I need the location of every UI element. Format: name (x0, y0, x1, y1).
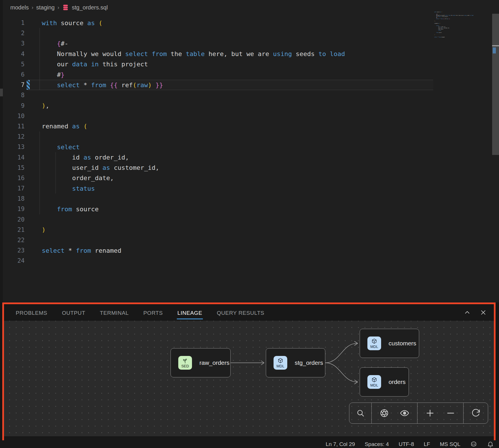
indent-guide (39, 183, 40, 194)
code-text: ) (30, 226, 499, 233)
lineage-node-orders[interactable]: MDLorders (360, 367, 409, 397)
node-label: raw_orders (199, 359, 229, 366)
minimap-content: with source as ( {#- Normally we would s… (434, 11, 488, 39)
close-icon[interactable] (480, 309, 486, 316)
code-line-16: 16 order_date, (0, 173, 499, 183)
node-label: customers (389, 340, 416, 347)
scrollbar-tick (492, 45, 499, 46)
indent-guide (56, 152, 56, 162)
gutter-decoration (25, 204, 30, 214)
minimap[interactable]: with source as ( {#- Normally we would s… (434, 11, 487, 46)
indent-guide (39, 132, 40, 142)
panel-bottom-padding (4, 436, 494, 440)
eol-sequence[interactable]: LF (424, 441, 430, 447)
gutter-decoration (25, 235, 30, 245)
line-number: 17 (0, 185, 25, 192)
line-number: 22 (0, 237, 25, 244)
code-editor[interactable]: models › staging › stg_orders.sql 1with … (0, 0, 499, 302)
lineage-canvas[interactable]: SEDraw_ordersMDLstg_ordersMDLcustomersMD… (4, 321, 494, 436)
code-line-14: 14 id as order_id, (0, 152, 499, 162)
indent-guide (56, 183, 56, 194)
indent-guide (39, 49, 40, 59)
code-text: status (30, 185, 499, 192)
code-line-5: 5 our data in this project (0, 59, 499, 69)
tab-lineage[interactable]: LINEAGE (177, 306, 203, 319)
indent-guide (39, 142, 40, 152)
zoom-in-icon[interactable] (422, 403, 438, 423)
model-icon: MDL (274, 356, 287, 370)
seed-icon: SED (178, 356, 192, 370)
gutter-decoration (25, 142, 30, 152)
model-icon: MDL (367, 375, 381, 389)
bell-icon[interactable] (487, 441, 494, 448)
indent-guide (56, 173, 56, 183)
code-line-12: 12 (0, 132, 499, 142)
code-text: user_id as customer_id, (30, 164, 499, 171)
code-text: order_date, (30, 174, 499, 182)
gutter-decoration (25, 225, 30, 235)
copilot-icon[interactable] (470, 441, 477, 448)
indent-guide (39, 69, 40, 80)
code-line-3: 3 {#- (0, 38, 499, 49)
aperture-icon[interactable] (376, 403, 392, 423)
tab-problems[interactable]: PROBLEMS (15, 306, 48, 319)
breadcrumb-models[interactable]: models (10, 4, 29, 11)
gutter-decoration (25, 183, 30, 194)
tab-query-results[interactable]: QUERY RESULTS (216, 306, 265, 319)
line-number: 13 (0, 144, 25, 150)
panel-tabs: PROBLEMSOUTPUTTERMINALPORTSLINEAGEQUERY … (15, 306, 265, 319)
line-number: 16 (0, 175, 25, 182)
gutter-decoration (25, 194, 30, 204)
lineage-node-stg_orders[interactable]: MDLstg_orders (266, 348, 325, 377)
refresh-icon[interactable] (468, 403, 484, 423)
eye-icon[interactable] (397, 403, 413, 423)
line-number: 5 (0, 61, 25, 68)
line-number: 1 (0, 19, 25, 26)
code-line-7: 7 select * from {{ ref(raw) }} (0, 80, 499, 90)
gutter-decoration (25, 69, 30, 80)
tab-terminal[interactable]: TERMINAL (99, 306, 129, 319)
code-text: from source (30, 206, 499, 213)
chevron-up-icon[interactable] (464, 309, 470, 316)
gutter-decoration (25, 173, 30, 183)
line-number: 8 (0, 92, 25, 99)
indent-guide (39, 204, 40, 214)
editor-scrollbar[interactable] (492, 14, 499, 155)
gutter-decoration (25, 245, 30, 256)
search-icon[interactable] (353, 403, 369, 423)
lineage-node-raw_orders[interactable]: SEDraw_orders (171, 348, 231, 377)
code-text: renamed as ( (30, 123, 499, 130)
indent-guide (39, 163, 40, 173)
indent-guide (39, 173, 40, 183)
status-bar: Ln 7, Col 29 Spaces: 4 UTF-8 LF MS SQL (0, 440, 499, 448)
code-text: with source as ( (30, 19, 499, 27)
code-text: ), (30, 102, 499, 109)
breadcrumb-filename[interactable]: stg_orders.sql (72, 4, 108, 11)
code-line-9: 9), (0, 101, 499, 111)
tab-output[interactable]: OUTPUT (61, 306, 86, 319)
bottom-panel-annotation-frame: PROBLEMSOUTPUTTERMINALPORTSLINEAGEQUERY … (2, 302, 496, 442)
cursor-position[interactable]: Ln 7, Col 29 (326, 441, 355, 447)
code-text: Normally we would select from the table … (30, 50, 499, 57)
tab-ports[interactable]: PORTS (143, 306, 163, 319)
line-number: 9 (0, 102, 25, 109)
database-icon (62, 4, 69, 11)
code-line-18: 18 (0, 194, 499, 204)
code-lines[interactable]: 1with source as (23 {#-4 Normally we wou… (0, 18, 499, 266)
badge-label: MDL (276, 364, 284, 368)
node-label: stg_orders (295, 359, 323, 366)
gutter-decoration (25, 214, 30, 225)
code-line-15: 15 user_id as customer_id, (0, 163, 499, 173)
lineage-node-customers[interactable]: MDLcustomers (360, 329, 419, 358)
zoom-out-icon[interactable] (443, 403, 459, 423)
lineage-toolbar (349, 403, 488, 424)
gutter-decoration (25, 28, 30, 38)
encoding[interactable]: UTF-8 (399, 441, 414, 447)
indentation[interactable]: Spaces: 4 (365, 441, 389, 447)
code-line-4: 4 Normally we would select from the tabl… (0, 49, 499, 59)
line-number: 19 (0, 206, 25, 212)
line-number: 6 (0, 71, 25, 78)
breadcrumb-staging[interactable]: staging (36, 4, 55, 11)
language-mode[interactable]: MS SQL (440, 441, 460, 447)
indent-guide (39, 38, 40, 49)
